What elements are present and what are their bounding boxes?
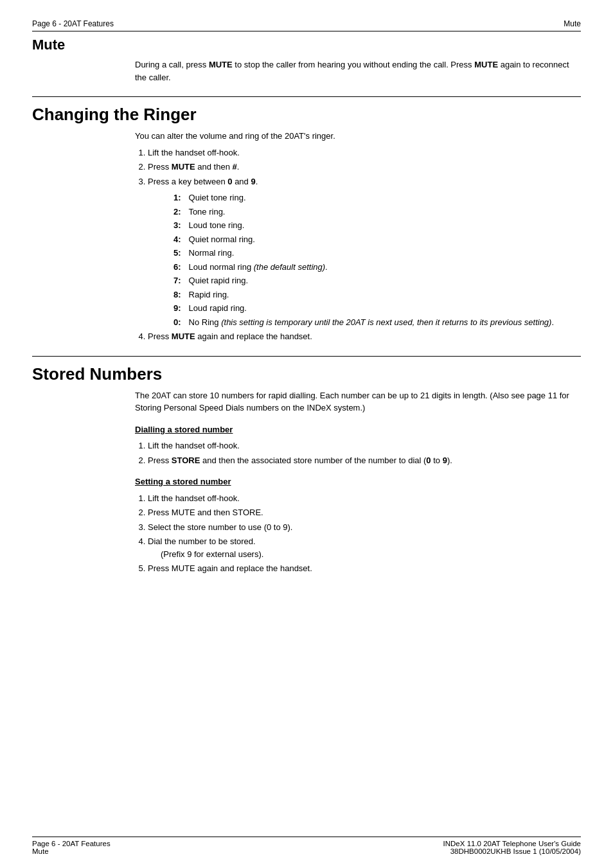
stored-numbers-section: Stored Numbers The 20AT can store 10 num…: [32, 364, 581, 575]
ring-options-list: 1: Quiet tone ring. 2: Tone ring. 3: Lou…: [173, 191, 581, 328]
page-header-right: Mute: [564, 19, 581, 28]
ring-option-5: 5: Normal ring.: [173, 247, 581, 260]
ringer-step-2: Press MUTE and then #.: [148, 161, 581, 173]
footer-left-line2: Mute: [32, 847, 111, 855]
ring-option-8: 8: Rapid ring.: [173, 288, 581, 301]
divider-2: [32, 356, 581, 357]
mute-body: During a call, press MUTE to stop the ca…: [135, 58, 581, 84]
ringer-steps-list: Lift the handset off-hook. Press MUTE an…: [148, 146, 581, 188]
footer-right: INDeX 11.0 20AT Telephone User's Guide 3…: [443, 840, 581, 855]
page-header: Page 6 - 20AT Features Mute: [32, 19, 581, 31]
dialling-step-1: Lift the handset off-hook.: [148, 439, 581, 452]
setting-step-3: Select the store number to use (0 to 9).: [148, 521, 581, 534]
mute-title: Mute: [32, 37, 581, 53]
stored-numbers-title: Stored Numbers: [32, 364, 581, 384]
footer-left: Page 6 - 20AT Features Mute: [32, 840, 111, 855]
ring-option-3: 3: Loud tone ring.: [173, 219, 581, 232]
ringer-step-3: Press a key between 0 and 9.: [148, 175, 581, 188]
setting-step-1: Lift the handset off-hook.: [148, 492, 581, 505]
divider-1: [32, 96, 581, 97]
setting-title: Setting a stored number: [135, 475, 581, 488]
page-container: Page 6 - 20AT Features Mute Mute During …: [0, 0, 613, 639]
stored-numbers-intro-text: The 20AT can store 10 numbers for rapid …: [135, 389, 581, 414]
footer-left-line1: Page 6 - 20AT Features: [32, 840, 111, 847]
footer-right-line1: INDeX 11.0 20AT Telephone User's Guide: [443, 840, 581, 847]
ring-option-6: 6: Loud normal ring (the default setting…: [173, 261, 581, 274]
setting-subsection: Setting a stored number: [135, 475, 581, 488]
dialling-step-2: Press STORE and then the associated stor…: [148, 454, 581, 467]
ring-option-4: 4: Quiet normal ring.: [173, 233, 581, 246]
ringer-step-1: Lift the handset off-hook.: [148, 146, 581, 159]
ring-option-1: 1: Quiet tone ring.: [173, 191, 581, 204]
ring-option-2: 2: Tone ring.: [173, 206, 581, 218]
setting-step-2: Press MUTE and then STORE.: [148, 506, 581, 519]
setting-steps-list: Lift the handset off-hook. Press MUTE an…: [148, 492, 581, 575]
dialling-subsection: Dialling a stored number: [135, 423, 581, 436]
changing-ringer-section: Changing the Ringer You can alter the vo…: [32, 105, 581, 343]
setting-step-5: Press MUTE again and replace the handset…: [148, 562, 581, 575]
mute-description: During a call, press MUTE to stop the ca…: [135, 58, 581, 84]
footer-right-line2: 38DHB0002UKHB Issue 1 (10/05/2004): [443, 847, 581, 855]
dialling-steps-list: Lift the handset off-hook. Press STORE a…: [148, 439, 581, 466]
ringer-intro-text: You can alter the volume and ring of the…: [135, 130, 581, 143]
mute-section: Mute During a call, press MUTE to stop t…: [32, 37, 581, 84]
dialling-title: Dialling a stored number: [135, 423, 581, 436]
changing-ringer-title: Changing the Ringer: [32, 105, 581, 125]
stored-numbers-intro: The 20AT can store 10 numbers for rapid …: [135, 389, 581, 414]
ringer-step4-list: Press MUTE again and replace the handset…: [148, 330, 581, 343]
ringer-step-4: Press MUTE again and replace the handset…: [148, 330, 581, 343]
ring-option-0: 0: No Ring (this setting is temporary un…: [173, 316, 581, 329]
setting-step-4-sub: (Prefix 9 for external users).: [161, 549, 263, 559]
page-header-left: Page 6 - 20AT Features: [32, 19, 114, 28]
ringer-intro: You can alter the volume and ring of the…: [135, 130, 581, 143]
page-footer: Page 6 - 20AT Features Mute INDeX 11.0 2…: [32, 837, 581, 855]
ring-option-9: 9: Loud rapid ring.: [173, 302, 581, 315]
setting-step-4: Dial the number to be stored. (Prefix 9 …: [148, 535, 581, 560]
ring-option-7: 7: Quiet rapid ring.: [173, 274, 581, 287]
